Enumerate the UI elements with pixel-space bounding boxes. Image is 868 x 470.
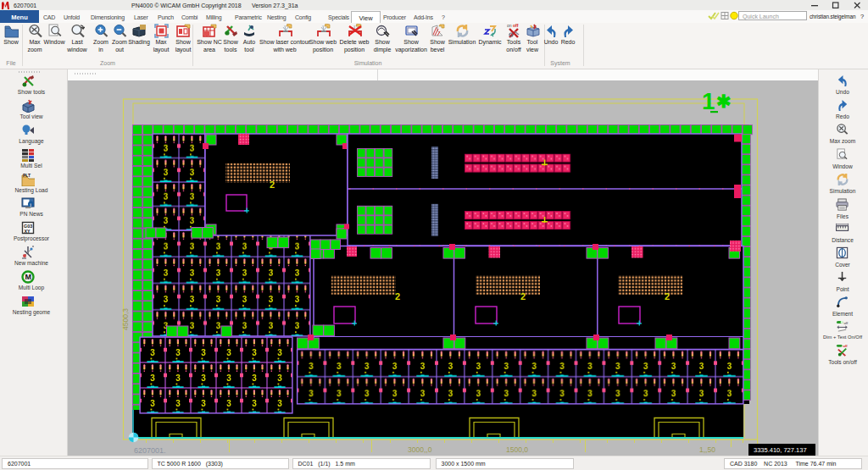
svg-text:1,,50: 1,,50 [699, 445, 715, 454]
svg-text:3000,,0: 3000,,0 [408, 445, 432, 454]
svg-text:2: 2 [270, 180, 275, 190]
svg-text:XY: XY [25, 229, 31, 234]
svg-text:3335.410, 727.137: 3335.410, 727.137 [754, 446, 807, 454]
svg-text:1500,0: 1500,0 [506, 445, 528, 454]
svg-text:off: off [513, 24, 519, 28]
svg-text:PLT: PLT [23, 173, 31, 178]
svg-text:on: on [507, 24, 512, 28]
svg-text:i: i [30, 202, 31, 207]
svg-text:off: off [843, 344, 848, 348]
svg-text:✱: ✱ [716, 91, 732, 111]
svg-text:6207001.: 6207001. [134, 446, 166, 455]
svg-text:M: M [25, 273, 32, 281]
svg-text:2: 2 [520, 291, 526, 301]
svg-text:2: 2 [665, 291, 670, 301]
svg-text:off: off [843, 321, 849, 325]
svg-text:1: 1 [702, 88, 715, 114]
svg-text:4500,3: 4500,3 [121, 308, 130, 330]
svg-text:2: 2 [395, 291, 400, 301]
